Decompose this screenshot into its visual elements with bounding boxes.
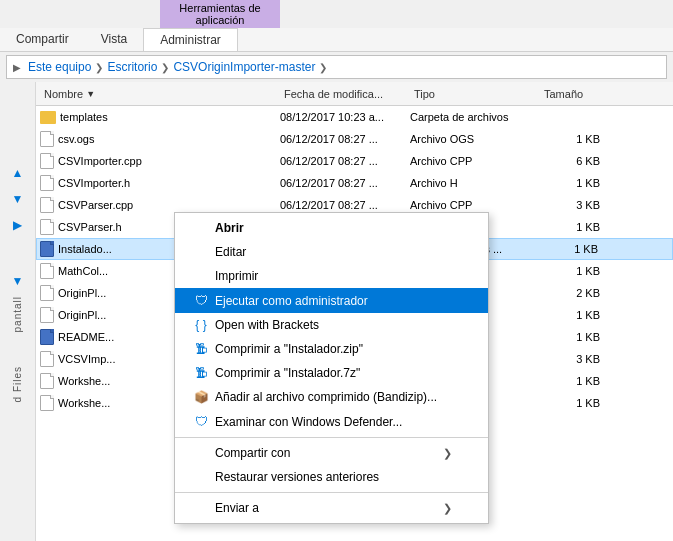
file-size: 1 KB — [540, 265, 600, 277]
tools-label-bar: Herramientas de aplicación — [160, 0, 280, 28]
file-size: 1 KB — [540, 221, 600, 233]
file-name: Workshe... — [58, 397, 110, 409]
file-size: 6 KB — [540, 155, 600, 167]
folder-icon — [40, 111, 56, 124]
context-menu-item-brackets[interactable]: { } Open with Brackets — [175, 313, 488, 337]
file-icon-generic — [40, 175, 54, 191]
context-menu-item-bandizip[interactable]: 📦 Añadir al archivo comprimido (Bandizip… — [175, 385, 488, 409]
sort-arrow-icon: ▼ — [86, 89, 95, 99]
context-menu-item-compartir[interactable]: Compartir con ❯ — [175, 441, 488, 465]
file-size: 1 KB — [540, 133, 600, 145]
context-menu-item-zip[interactable]: 🗜 Comprimir a "Instalador.zip" — [175, 337, 488, 361]
defender-icon: 🛡 — [191, 414, 211, 429]
address-part-escritorio[interactable]: Escritorio — [104, 58, 160, 76]
table-row[interactable]: csv.ogs 06/12/2017 08:27 ... Archivo OGS… — [36, 128, 673, 150]
table-row[interactable]: CSVImporter.h 06/12/2017 08:27 ... Archi… — [36, 172, 673, 194]
address-sep-1: ❯ — [95, 62, 103, 73]
table-row[interactable]: templates 08/12/2017 10:23 a... Carpeta … — [36, 106, 673, 128]
brackets-icon: { } — [191, 318, 211, 332]
file-date: 06/12/2017 08:27 ... — [280, 155, 410, 167]
file-name: OriginPl... — [58, 309, 106, 321]
context-menu-item-7z[interactable]: 🗜 Comprimir a "Instalador.7z" — [175, 361, 488, 385]
context-menu-item-editar[interactable]: Editar — [175, 240, 488, 264]
context-menu-item-ejecutar[interactable]: 🛡 Ejecutar como administrador — [175, 288, 488, 313]
file-icon-generic — [40, 131, 54, 147]
bandizip-icon: 📦 — [191, 390, 211, 404]
file-icon-generic — [40, 197, 54, 213]
file-size: 1 KB — [540, 331, 600, 343]
shield-icon: 🛡 — [191, 293, 211, 308]
file-size: 3 KB — [540, 353, 600, 365]
context-menu: Abrir Editar Imprimir 🛡 Ejecutar como ad… — [174, 212, 489, 524]
7z-icon: 🗜 — [191, 366, 211, 380]
file-type: Archivo OGS — [410, 133, 540, 145]
column-headers: Nombre ▼ Fecha de modifica... Tipo Tamañ… — [36, 82, 673, 106]
pin-down-icon[interactable]: ▼ — [4, 188, 32, 210]
context-menu-item-abrir[interactable]: Abrir — [175, 216, 488, 240]
sidebar-label-dfiles: d Files — [12, 366, 23, 402]
file-icon-generic — [40, 351, 54, 367]
tab-vista[interactable]: Vista — [85, 28, 143, 51]
file-type: Archivo CPP — [410, 155, 540, 167]
file-type: Archivo CPP — [410, 199, 540, 211]
tools-label: Herramientas de aplicación — [179, 2, 260, 26]
submenu-arrow-icon2: ❯ — [443, 502, 452, 515]
file-name: CSVImporter.h — [58, 177, 130, 189]
file-name: Workshe... — [58, 375, 110, 387]
file-name: VCSVImp... — [58, 353, 115, 365]
context-separator-1 — [175, 437, 488, 438]
file-size: 1 KB — [538, 243, 598, 255]
file-name: Instalado... — [58, 243, 112, 255]
ribbon: Herramientas de aplicación Compartir Vis… — [0, 0, 673, 52]
file-name: CSVParser.cpp — [58, 199, 133, 211]
file-icon-generic — [40, 285, 54, 301]
main-layout: ▲ ▼ ▶ ▼ pantall d Files Nombre ▼ Fecha d… — [0, 82, 673, 541]
file-icon-generic — [40, 395, 54, 411]
address-sep-3: ❯ — [319, 62, 327, 73]
file-type: Archivo H — [410, 177, 540, 189]
pin-right-icon[interactable]: ▶ — [4, 214, 32, 236]
file-icon-md — [40, 329, 54, 345]
pin-up-icon[interactable]: ▲ — [4, 162, 32, 184]
col-header-size[interactable]: Tamaño — [540, 88, 600, 100]
tab-compartir[interactable]: Compartir — [0, 28, 85, 51]
context-menu-item-enviar[interactable]: Enviar a ❯ — [175, 496, 488, 520]
tab-administrar[interactable]: Administrar — [143, 28, 238, 51]
ribbon-tabs: Compartir Vista Administrar — [0, 28, 673, 52]
file-name: csv.ogs — [58, 133, 94, 145]
col-header-name[interactable]: Nombre ▼ — [40, 88, 280, 100]
file-icon-generic — [40, 307, 54, 323]
context-menu-item-restaurar[interactable]: Restaurar versiones anteriores — [175, 465, 488, 489]
address-part-folder[interactable]: CSVOriginImporter-master — [170, 58, 318, 76]
context-separator-2 — [175, 492, 488, 493]
file-icon-generic — [40, 373, 54, 389]
file-size: 3 KB — [540, 199, 600, 211]
file-size: 1 KB — [540, 309, 600, 321]
table-row[interactable]: CSVImporter.cpp 06/12/2017 08:27 ... Arc… — [36, 150, 673, 172]
file-name: README... — [58, 331, 114, 343]
context-menu-item-imprimir[interactable]: Imprimir — [175, 264, 488, 288]
file-size: 1 KB — [540, 397, 600, 409]
col-header-date[interactable]: Fecha de modifica... — [280, 88, 410, 100]
file-date: 06/12/2017 08:27 ... — [280, 199, 410, 211]
file-size: 1 KB — [540, 375, 600, 387]
col-header-type[interactable]: Tipo — [410, 88, 540, 100]
zip-icon: 🗜 — [191, 342, 211, 356]
file-date: 08/12/2017 10:23 a... — [280, 111, 410, 123]
file-size: 2 KB — [540, 287, 600, 299]
file-icon-generic — [40, 153, 54, 169]
file-date: 06/12/2017 08:27 ... — [280, 133, 410, 145]
file-size: 1 KB — [540, 177, 600, 189]
context-menu-item-defender[interactable]: 🛡 Examinar con Windows Defender... — [175, 409, 488, 434]
submenu-arrow-icon: ❯ — [443, 447, 452, 460]
file-name: CSVParser.h — [58, 221, 122, 233]
address-bar[interactable]: ▶ Este equipo ❯ Escritorio ❯ CSVOriginIm… — [6, 55, 667, 79]
file-type: Carpeta de archivos — [410, 111, 540, 123]
file-icon-blue — [40, 241, 54, 257]
file-area: Nombre ▼ Fecha de modifica... Tipo Tamañ… — [36, 82, 673, 541]
address-part-equipo[interactable]: Este equipo — [25, 58, 94, 76]
pin-down2-icon[interactable]: ▼ — [4, 270, 32, 292]
file-name: templates — [60, 111, 108, 123]
file-icon-generic — [40, 263, 54, 279]
sidebar-label-pantall: pantall — [12, 296, 23, 332]
